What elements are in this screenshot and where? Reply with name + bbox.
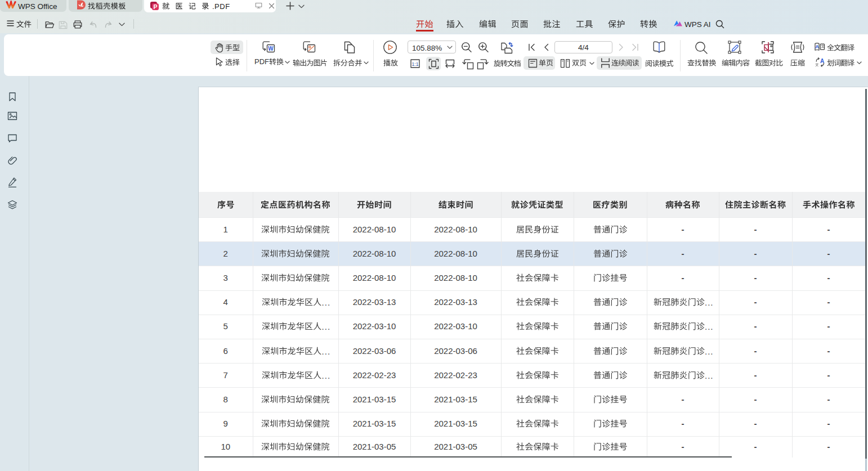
svg-text:W: W <box>268 46 274 52</box>
svg-text:A: A <box>820 58 824 64</box>
svg-text:1:1: 1:1 <box>412 61 419 67</box>
svg-text:P: P <box>153 3 157 10</box>
svg-text:A: A <box>815 44 819 50</box>
